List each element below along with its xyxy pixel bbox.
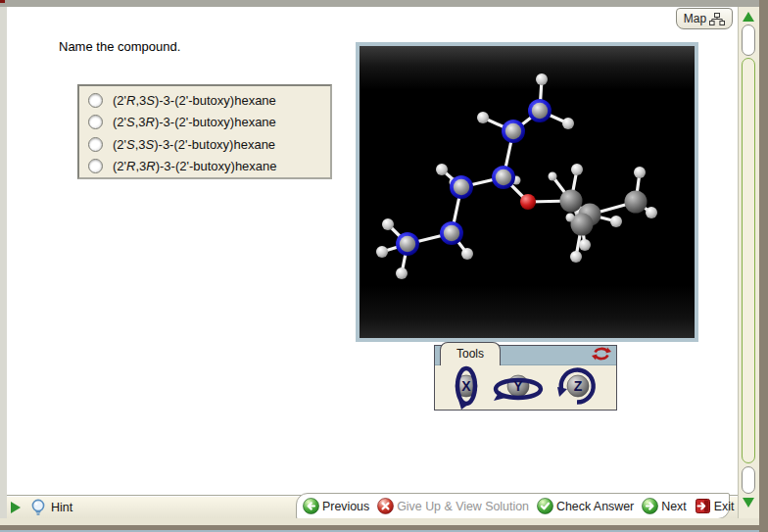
molecule-model[interactable] [360,46,695,338]
give-up-button[interactable]: Give Up & View Solution [377,498,529,514]
window-bottom-strip [0,518,768,525]
previous-label: Previous [322,500,369,513]
window-right-border [759,0,768,532]
vertical-scrollbar[interactable] [738,7,759,518]
answer-option-3[interactable]: (2'S,3S)-3-(2'-butoxy)hexane [79,133,330,156]
carbon-core [454,179,469,195]
previous-icon [303,498,319,514]
question-text: Name the compound. [59,39,180,54]
tools-tab-label: Tools [456,347,484,361]
previous-button[interactable]: Previous [303,498,369,514]
check-answer-label: Check Answer [556,500,634,513]
carbon-core [444,225,459,241]
tools-body: X Y Z [435,365,616,410]
exit-button[interactable]: Exit [695,498,735,514]
carbon-core [400,236,415,252]
hydrogen-atom [376,246,388,258]
map-button[interactable]: Map [676,8,733,29]
give-up-icon [377,498,394,514]
check-answer-icon [537,498,553,514]
hydrogen-atom [562,118,574,129]
next-label: Next [661,500,686,513]
answer-option-4[interactable]: (2'R,3R)-3-(2'-butoxy)hexane [79,156,330,178]
hydrogen-atom [646,207,657,218]
answer-option-2[interactable]: (2'S,3R)-3-(2'-butoxy)hexane [79,112,330,134]
molecule-viewer[interactable] [356,42,698,342]
sitemap-icon [709,13,725,25]
hint-label[interactable]: Hint [51,501,72,514]
exit-label: Exit [714,500,735,513]
option-label: (2'S,3R)-3-(2'-butoxy)hexane [113,115,276,129]
hydrogen-atom [570,251,582,263]
check-answer-button[interactable]: Check Answer [537,498,634,514]
carbon-core [505,123,521,139]
svg-text:Z: Z [574,378,583,394]
svg-text:X: X [461,378,471,394]
radio-button[interactable] [88,93,103,108]
rotate-z-icon[interactable]: Z [554,363,600,409]
hydrogen-atom [396,267,408,279]
scrollbar-thumb-top[interactable] [742,24,755,56]
radio-button[interactable] [88,137,103,152]
hydrogen-atom [382,218,394,230]
hydrogen-atom [436,164,448,175]
window-left-border [0,7,7,532]
hint-expand-arrow[interactable] [11,502,21,513]
svg-text:Y: Y [513,378,523,394]
hydrogen-atom [566,214,575,222]
scrollbar-track[interactable] [742,58,755,463]
next-icon [642,498,658,514]
radio-button[interactable] [88,159,103,173]
oxygen-atom [520,194,536,210]
carbon-core [496,169,511,185]
rotate-y-icon[interactable]: Y [490,371,547,405]
carbon-atom [560,190,583,213]
tools-palette: Tools X Y Z [434,345,617,411]
rotate-x-icon[interactable]: X [448,363,485,410]
carbon-atom [625,191,648,214]
give-up-label: Give Up & View Solution [397,500,529,513]
footer-button-panel: Previous Give Up & View Solution Check A… [296,493,730,519]
hydrogen-atom [536,73,548,85]
option-label: (2'S,3S)-3-(2'-butoxy)hexane [113,137,275,152]
map-button-label: Map [684,12,706,25]
hydrogen-atom [461,248,473,260]
scroll-up-arrow[interactable] [743,12,754,22]
option-label: (2'R,3S)-3-(2'-butoxy)hexane [113,93,276,108]
hydrogen-atom [477,112,489,123]
answer-option-1[interactable]: (2'R,3S)-3-(2'-butoxy)hexane [79,89,330,112]
hydrogen-atom [549,172,557,181]
lightbulb-icon[interactable] [30,499,46,516]
window-top-border [0,0,768,7]
answer-options-box: (2'R,3S)-3-(2'-butoxy)hexane (2'S,3R)-3-… [77,84,332,179]
hydrogen-atom [634,167,646,178]
carbon-core [532,103,548,119]
window-corner-mark [0,0,5,3]
scrollbar-thumb-bottom[interactable] [742,466,755,494]
next-button[interactable]: Next [642,498,686,514]
exit-icon [695,498,711,514]
hydrogen-atom [579,239,591,251]
option-label: (2'R,3R)-3-(2'-butoxy)hexane [113,159,277,173]
scroll-down-arrow[interactable] [743,498,754,508]
hydrogen-atom [571,164,583,175]
reset-view-icon[interactable] [591,343,612,364]
tools-tab[interactable]: Tools [440,342,501,365]
hydrogen-atom [610,216,622,227]
radio-button[interactable] [88,115,103,129]
